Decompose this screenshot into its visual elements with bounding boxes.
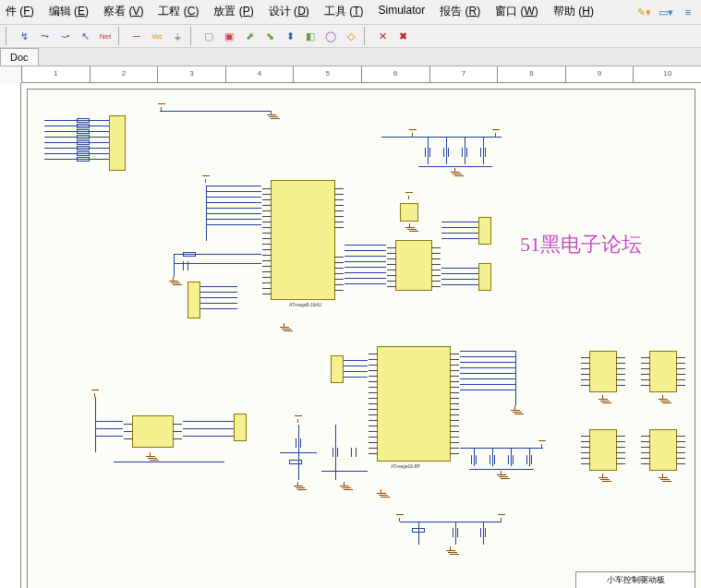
document-tabs: Doc bbox=[0, 48, 701, 66]
port-in-icon[interactable]: ⬈ bbox=[240, 27, 259, 45]
ellipse-icon[interactable]: ◯ bbox=[321, 27, 340, 45]
polygon-icon[interactable]: ◇ bbox=[342, 27, 360, 45]
power-line-icon[interactable]: ─ bbox=[127, 27, 146, 45]
ic-driver-2[interactable] bbox=[649, 351, 677, 392]
ic-driver-3[interactable] bbox=[589, 429, 617, 471]
ic-driver-4[interactable] bbox=[649, 429, 677, 471]
connector-rtc[interactable] bbox=[234, 414, 247, 441]
menu-simulator[interactable]: Simulator bbox=[376, 3, 427, 21]
menu-tools[interactable]: 工具 (T) bbox=[322, 3, 366, 21]
ic-u4[interactable] bbox=[132, 415, 174, 448]
ic-u3[interactable] bbox=[377, 346, 451, 462]
ic-driver-1[interactable] bbox=[589, 351, 617, 392]
align-icon[interactable]: ≡ bbox=[679, 3, 697, 21]
vertical-ruler bbox=[0, 83, 21, 588]
connector-j1[interactable] bbox=[478, 217, 491, 245]
connector-j2[interactable] bbox=[478, 263, 491, 291]
pencil-icon[interactable]: ✎▾ bbox=[635, 3, 653, 21]
schematic-canvas[interactable]: 1 2 3 4 5 6 7 8 9 10 51黑电子论坛 bbox=[0, 66, 701, 588]
menu-design[interactable]: 设计 (D) bbox=[267, 3, 311, 21]
schematic-sheet[interactable]: 51黑电子论坛 bbox=[21, 83, 701, 588]
no-erc-icon[interactable]: ✕ bbox=[373, 27, 392, 45]
cursor-icon[interactable]: ↖ bbox=[76, 27, 94, 45]
wire-diag2-icon[interactable]: ⤻ bbox=[55, 27, 74, 45]
page-icon[interactable]: ▭▾ bbox=[657, 3, 675, 21]
doc-tab[interactable]: Doc bbox=[0, 48, 39, 66]
wire-horiz-icon[interactable]: ⤳ bbox=[35, 27, 54, 45]
menu-place[interactable]: 放置 (P) bbox=[212, 3, 255, 21]
harness-icon[interactable]: ◧ bbox=[301, 27, 320, 45]
connector-u3-top[interactable] bbox=[331, 355, 344, 383]
port-bi-icon[interactable]: ⬍ bbox=[281, 27, 299, 45]
place-toolbar: ↯ ⤳ ⤻ ↖ Net ─ Vcc ⏚ ▢ ▣ ⬈ ⬊ ⬍ ◧ ◯ ◇ ✕ ✖ bbox=[0, 25, 701, 48]
ic-small-top[interactable] bbox=[400, 203, 418, 222]
sheet-icon[interactable]: ▣ bbox=[220, 27, 238, 45]
menu-window[interactable]: 窗口 (W) bbox=[493, 3, 540, 21]
connector-p1[interactable] bbox=[109, 115, 126, 171]
menu-file[interactable]: 件 (F) bbox=[4, 3, 36, 21]
title-block: 小车控制驱动板 bbox=[575, 571, 695, 588]
vcc-icon[interactable]: Vcc bbox=[148, 27, 166, 45]
menu-edit[interactable]: 编辑 (E) bbox=[47, 3, 91, 21]
connector-left[interactable] bbox=[187, 282, 200, 318]
horizontal-ruler: 1 2 3 4 5 6 7 8 9 10 bbox=[21, 66, 701, 83]
ic-u1[interactable] bbox=[271, 180, 335, 300]
net-label-icon[interactable]: Net bbox=[96, 27, 115, 45]
menu-view[interactable]: 察看 (V) bbox=[102, 3, 145, 21]
watermark-text: 51黑电子论坛 bbox=[520, 231, 642, 258]
menu-bar: 件 (F) 编辑 (E) 察看 (V) 工程 (C) 放置 (P) 设计 (D)… bbox=[0, 0, 701, 25]
menu-help[interactable]: 帮助 (H) bbox=[551, 3, 596, 21]
port-out-icon[interactable]: ⬊ bbox=[260, 27, 279, 45]
menu-report[interactable]: 报告 (R) bbox=[438, 3, 482, 21]
menu-project[interactable]: 工程 (C) bbox=[156, 3, 200, 21]
ic-u2[interactable] bbox=[395, 240, 432, 291]
wire-diag1-icon[interactable]: ↯ bbox=[15, 27, 33, 45]
gnd-icon[interactable]: ⏚ bbox=[168, 27, 187, 45]
part-icon[interactable]: ▢ bbox=[199, 27, 218, 45]
delete-icon[interactable]: ✖ bbox=[393, 27, 412, 45]
